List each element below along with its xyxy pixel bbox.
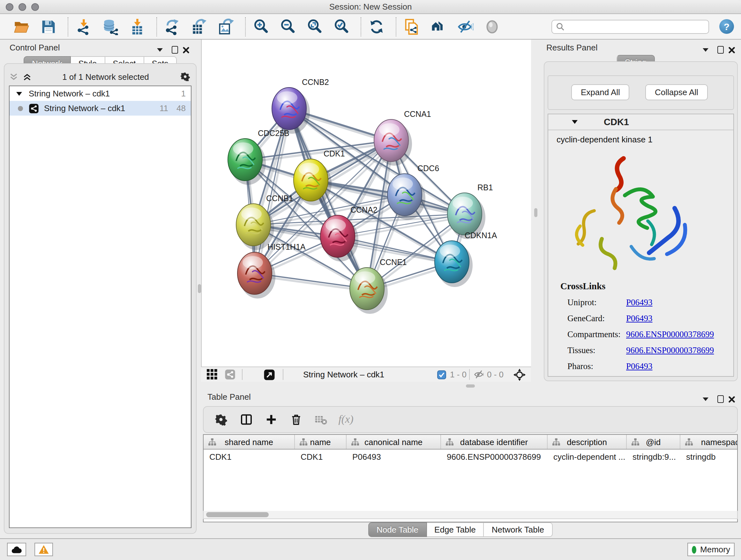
table-panel-menu-icon[interactable]: [702, 393, 709, 406]
delete-column-button[interactable]: [287, 411, 305, 428]
node-gloss: [243, 256, 263, 269]
network-view-title: String Network – cdk1: [303, 367, 384, 382]
crosslink-row: Compartments:9606.ENSP00000378699: [567, 329, 733, 340]
table-toolbar: f(x): [203, 406, 738, 433]
crosslink-value-link[interactable]: P06493: [626, 314, 653, 324]
export-table-button[interactable]: [190, 17, 208, 36]
save-session-button[interactable]: [40, 17, 57, 36]
crosslink-value-link[interactable]: P06493: [626, 361, 653, 372]
toolbar-separator: [245, 17, 246, 36]
left-splitter-handle[interactable]: [198, 284, 201, 293]
node-CCNB2[interactable]: CCNB2: [272, 78, 329, 134]
import-table-button[interactable]: [128, 17, 146, 36]
column-label: database identifier: [460, 437, 528, 447]
network-row[interactable]: String Network – cdk1 11 48: [10, 101, 191, 116]
network-canvas[interactable]: CCNB2CCNA1CDC25BCDK1CDC6RB1CCNB1CCNA2CDK…: [201, 40, 531, 367]
column-header-canonical-name[interactable]: canonical name: [347, 435, 441, 449]
node-label-CDK1: CDK1: [324, 149, 345, 158]
zoom-fit-icon: [307, 18, 323, 35]
collapse-all-networks-icon[interactable]: [10, 72, 18, 81]
tab-node-table[interactable]: Node Table: [368, 522, 427, 537]
table-panel-float-icon[interactable]: [718, 393, 724, 406]
hide-graphics-details-button[interactable]: [456, 17, 474, 36]
expand-all-button[interactable]: Expand All: [571, 84, 630, 100]
create-column-button[interactable]: [262, 411, 280, 428]
clone-network-button[interactable]: [403, 17, 421, 36]
column-header-description[interactable]: description: [548, 435, 627, 449]
node-HIST1H1A[interactable]: HIST1H1A: [238, 242, 306, 299]
cdk1-section-header[interactable]: CDK1: [548, 114, 733, 130]
export-network-button[interactable]: [163, 17, 181, 36]
help-button[interactable]: ?: [719, 19, 734, 34]
section-expanded-icon[interactable]: [571, 119, 578, 125]
export-image-button[interactable]: [217, 17, 235, 36]
grid-view-button[interactable]: [207, 367, 218, 382]
crosslink-value-link[interactable]: P06493: [626, 298, 653, 308]
node-gloss: [277, 91, 297, 104]
table-settings-button[interactable]: [212, 411, 230, 428]
column-label: shared name: [225, 437, 273, 447]
column-header-namespace[interactable]: namespace: [680, 435, 738, 449]
import-network-database-button[interactable]: [102, 17, 119, 36]
search-field[interactable]: [565, 20, 709, 33]
selected-nodes-edges-count: 1 - 0: [450, 367, 467, 382]
node-CDKN1A[interactable]: CDKN1A: [434, 231, 497, 287]
memory-label: Memory: [700, 545, 730, 554]
tab-network-table[interactable]: Network Table: [484, 522, 552, 537]
search-input[interactable]: [551, 19, 709, 34]
control-panel-float-icon[interactable]: [172, 44, 178, 56]
node-gloss: [241, 207, 262, 220]
show-column-panel-button[interactable]: [238, 411, 255, 428]
collection-expanded-icon[interactable]: [16, 91, 22, 96]
results-panel-float-icon[interactable]: [718, 44, 724, 56]
results-panel-close-icon[interactable]: [728, 44, 735, 56]
crosslink-label: Pharos:: [567, 361, 626, 372]
scrollbar-thumb[interactable]: [206, 512, 269, 517]
open-session-button[interactable]: [13, 17, 30, 36]
cloud-status-button[interactable]: [7, 543, 26, 556]
bottom-splitter-handle[interactable]: [466, 384, 475, 388]
column-header--id[interactable]: @id: [627, 435, 680, 449]
column-header-shared-name[interactable]: shared name: [204, 435, 295, 449]
expand-all-networks-icon[interactable]: [23, 72, 31, 81]
results-panel-menu-icon[interactable]: [702, 44, 709, 56]
crosslink-label: Compartments:: [567, 329, 626, 340]
houses-icon: [430, 18, 447, 35]
refresh-layout-button[interactable]: [367, 17, 386, 36]
collapse-all-button[interactable]: Collapse All: [645, 84, 708, 100]
birdseye-view-button[interactable]: [264, 367, 275, 382]
column-header-name[interactable]: name: [295, 435, 347, 449]
crosslink-value-link[interactable]: 9606.ENSP00000378699: [626, 346, 714, 356]
zoom-out-button[interactable]: [279, 17, 297, 36]
table-panel-close-icon[interactable]: [728, 393, 735, 406]
show-hide-eye-button[interactable]: [483, 17, 501, 36]
warning-status-button[interactable]: [35, 543, 53, 556]
table-horizontal-scrollbar[interactable]: [203, 511, 738, 519]
control-panel-menu-icon[interactable]: [156, 44, 163, 56]
warning-icon: [38, 545, 49, 554]
zoom-in-button[interactable]: [252, 17, 270, 36]
node-gloss: [355, 271, 375, 284]
zoom-selected-button[interactable]: [333, 17, 350, 36]
crosslink-value-link[interactable]: 9606.ENSP00000378699: [626, 329, 714, 340]
selected-checkbox-icon[interactable]: [437, 367, 446, 382]
network-collection-row[interactable]: String Network – cdk1 1: [10, 86, 191, 101]
zoom-fit-button[interactable]: [306, 17, 324, 36]
string-results-body: Expand All Collapse All CDK1 cyclin-depe…: [544, 61, 738, 381]
main-toolbar: ?: [0, 14, 741, 40]
tab-edge-table[interactable]: Edge Table: [427, 522, 484, 537]
crosslink-row: GeneCard:P06493: [567, 314, 733, 324]
right-splitter-handle[interactable]: [534, 208, 537, 217]
column-header-database-identifier[interactable]: database identifier: [441, 435, 548, 449]
network-options-gear-icon[interactable]: [180, 71, 191, 82]
control-panel-close-icon[interactable]: [183, 44, 190, 56]
import-network-file-button[interactable]: [75, 17, 92, 36]
network-view-share-button[interactable]: [225, 367, 235, 382]
zoom-selected-icon: [333, 18, 350, 35]
table-row[interactable]: CDK1CDK1P064939606.ENSP00000378699cyclin…: [204, 449, 738, 465]
show-all-panels-button[interactable]: [429, 17, 448, 36]
fit-selection-crosshair-button[interactable]: [513, 367, 526, 382]
node-CCNA1[interactable]: CCNA1: [374, 110, 431, 166]
hidden-eye-icon[interactable]: [474, 367, 484, 382]
memory-button[interactable]: Memory: [687, 543, 735, 556]
